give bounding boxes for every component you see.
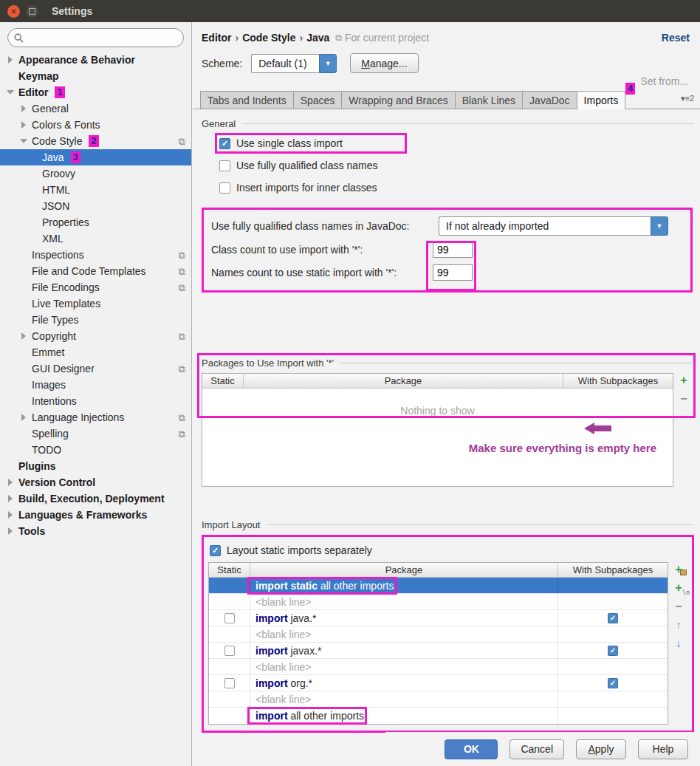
column-static[interactable]: Static	[202, 374, 244, 388]
class-count-input[interactable]	[433, 242, 473, 258]
sidebar-item-language-injections[interactable]: Language Injections⧉	[0, 409, 191, 425]
chevron-right-icon[interactable]	[19, 120, 32, 129]
sidebar-item-spelling[interactable]: Spelling⧉	[0, 425, 191, 442]
add-icon[interactable]: +	[677, 375, 690, 386]
tab-blank-lines[interactable]: Blank Lines	[456, 91, 523, 109]
column-static[interactable]: Static	[209, 563, 250, 577]
tab-wrapping-and-braces[interactable]: Wrapping and Braces	[342, 91, 455, 109]
sidebar-item-html[interactable]: HTML	[0, 182, 191, 198]
sidebar-item-java[interactable]: Java3	[0, 149, 191, 165]
breadcrumb-code-style[interactable]: Code Style	[242, 32, 295, 44]
layout-static-separately-checkbox[interactable]	[210, 545, 221, 556]
sidebar-item-keymap[interactable]: Keymap	[0, 68, 191, 84]
sidebar-item-images[interactable]: Images	[0, 377, 191, 393]
sidebar-item-inspections[interactable]: Inspections⧉	[0, 247, 191, 263]
chevron-down-icon[interactable]: ▼	[651, 216, 668, 236]
breadcrumb-java[interactable]: Java	[306, 32, 329, 44]
use-fully-qualified-checkbox[interactable]	[219, 160, 230, 171]
with-subpackages-checkbox[interactable]	[608, 613, 618, 623]
chevron-down-icon[interactable]	[6, 88, 18, 97]
sidebar-item-file-encodings[interactable]: File Encodings⧉	[0, 279, 191, 295]
remove-icon[interactable]: −	[672, 601, 685, 612]
sidebar-item-plugins[interactable]: Plugins	[0, 458, 191, 474]
tab-javadoc[interactable]: JavaDoc	[523, 91, 577, 109]
sidebar-item-intentions[interactable]: Intentions	[0, 393, 191, 409]
search-input[interactable]	[28, 33, 177, 44]
add-package-icon[interactable]: +	[672, 564, 685, 575]
blank-line-row[interactable]: <blank line>	[209, 659, 668, 675]
move-down-icon[interactable]: ↓	[672, 637, 685, 649]
help-button[interactable]: Help	[638, 739, 688, 759]
remove-icon[interactable]: −	[677, 393, 690, 405]
chevron-right-icon[interactable]	[6, 55, 18, 64]
tab-imports[interactable]: Imports4	[577, 91, 626, 109]
import-layout-row[interactable]: import org.*	[209, 675, 668, 691]
ok-button[interactable]: OK	[445, 739, 498, 759]
chevron-right-icon[interactable]	[6, 494, 18, 503]
sidebar-item-colors-fonts[interactable]: Colors & Fonts	[0, 117, 191, 133]
use-single-class-import-checkbox[interactable]	[219, 138, 230, 149]
column-package[interactable]: Package	[244, 374, 563, 388]
apply-button[interactable]: Apply	[576, 739, 626, 759]
sidebar-item-xml[interactable]: XML	[0, 230, 191, 247]
breadcrumb-editor[interactable]: Editor	[202, 32, 231, 44]
sidebar-item-languages-frameworks[interactable]: Languages & Frameworks	[0, 507, 191, 523]
sidebar-item-live-templates[interactable]: Live Templates	[0, 295, 191, 312]
sidebar-item-tools[interactable]: Tools	[0, 523, 191, 539]
restore-icon[interactable]	[26, 5, 38, 18]
chevron-right-icon[interactable]	[19, 332, 32, 341]
sidebar-item-copyright[interactable]: Copyright⧉	[0, 328, 191, 344]
import-layout-row[interactable]: import all other imports	[209, 708, 668, 724]
names-count-input[interactable]	[433, 264, 473, 281]
sidebar-item-todo[interactable]: TODO	[0, 442, 191, 458]
sidebar-item-general[interactable]: General	[0, 100, 191, 117]
sidebar-item-groovy[interactable]: Groovy	[0, 165, 191, 182]
column-with-subpackages[interactable]: With Subpackages	[558, 563, 668, 577]
insert-imports-inner-checkbox[interactable]	[219, 182, 230, 194]
column-package[interactable]: Package	[250, 563, 558, 577]
sidebar-item-emmet[interactable]: Emmet	[0, 344, 191, 360]
chevron-down-icon[interactable]: ▼	[319, 54, 337, 73]
move-up-icon[interactable]: ↑	[672, 619, 685, 631]
chevron-right-icon[interactable]	[6, 478, 18, 487]
scheme-select[interactable]: Default (1) ▼	[251, 54, 337, 73]
tab-tabs-and-indents[interactable]: Tabs and Indents	[200, 91, 294, 109]
static-checkbox[interactable]	[224, 646, 235, 656]
blank-line-row[interactable]: <blank line>	[209, 594, 668, 610]
import-layout-row[interactable]: import java.*	[209, 610, 668, 626]
javadoc-select[interactable]: If not already imported ▼	[439, 216, 668, 236]
chevron-down-icon[interactable]	[19, 137, 32, 146]
chevron-right-icon[interactable]	[6, 527, 18, 536]
with-subpackages-checkbox[interactable]	[608, 646, 618, 656]
blank-line-row[interactable]: <blank line>	[209, 691, 668, 708]
sidebar-item-editor[interactable]: Editor1	[0, 84, 191, 100]
sidebar-item-file-types[interactable]: File Types	[0, 312, 191, 328]
add-blank-line-icon[interactable]: +	[672, 582, 685, 594]
sidebar-item-appearance-behavior[interactable]: Appearance & Behavior	[0, 52, 191, 68]
set-from-link[interactable]: Set from...	[193, 75, 700, 87]
chevron-right-icon[interactable]	[6, 510, 18, 519]
sidebar-item-code-style[interactable]: Code Style2⧉	[0, 133, 191, 149]
with-subpackages-checkbox[interactable]	[608, 678, 618, 688]
sidebar-item-json[interactable]: JSON	[0, 198, 191, 214]
import-layout-row[interactable]: import javax.*	[209, 643, 668, 659]
tab-spaces[interactable]: Spaces	[294, 91, 343, 109]
hidden-tabs-icon[interactable]: ▾≡2	[681, 94, 694, 103]
chevron-right-icon[interactable]	[19, 104, 32, 113]
close-icon[interactable]: ✕	[7, 5, 20, 18]
cancel-button[interactable]: Cancel	[509, 739, 564, 759]
static-checkbox[interactable]	[224, 678, 235, 688]
sidebar-item-build-execution-deployment[interactable]: Build, Execution, Deployment	[0, 490, 191, 507]
manage-button[interactable]: Manage...	[350, 53, 418, 73]
reset-link[interactable]: Reset	[662, 32, 690, 44]
sidebar-item-properties[interactable]: Properties	[0, 214, 191, 230]
blank-line-row[interactable]: <blank line>	[209, 626, 668, 643]
sidebar-item-file-and-code-templates[interactable]: File and Code Templates⧉	[0, 263, 191, 279]
column-with-subpackages[interactable]: With Subpackages	[563, 374, 673, 388]
chevron-right-icon[interactable]	[19, 413, 32, 422]
sidebar-item-gui-designer[interactable]: GUI Designer⧉	[0, 360, 191, 377]
static-checkbox[interactable]	[224, 613, 235, 623]
search-box[interactable]	[7, 28, 184, 47]
import-layout-row[interactable]: import static all other imports	[209, 578, 668, 594]
sidebar-item-version-control[interactable]: Version Control	[0, 474, 191, 490]
